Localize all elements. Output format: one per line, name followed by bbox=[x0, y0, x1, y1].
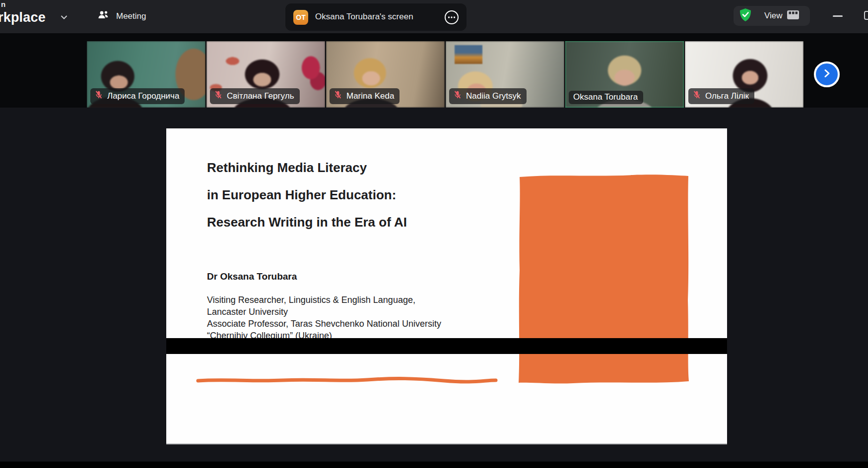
app-logo: rkplace bbox=[0, 10, 46, 25]
participant-nameplate: Ольга Лілік bbox=[688, 88, 754, 104]
next-participants-button[interactable] bbox=[814, 61, 840, 87]
credential-line: Visiting Researcher, Linguistics & Engli… bbox=[207, 294, 441, 306]
participant-nameplate: Лариса Городнича bbox=[90, 88, 185, 104]
tab-screen-share[interactable]: OT Oksana Torubara's screen bbox=[285, 3, 467, 31]
video-tile[interactable]: Лариса Городнича bbox=[87, 41, 205, 108]
presentation-slide: Rethinking Media Literacy in European Hi… bbox=[166, 128, 727, 445]
app-logo-fragment-top: n bbox=[1, 0, 5, 8]
chevron-right-icon bbox=[821, 68, 832, 81]
maximize-button[interactable] bbox=[864, 11, 868, 20]
view-button-label: View bbox=[764, 11, 783, 21]
mic-muted-icon bbox=[453, 90, 463, 102]
participant-nameplate: Nadiia Grytsyk bbox=[449, 88, 527, 104]
mic-muted-icon bbox=[692, 90, 702, 102]
participant-nameplate: Marina Keda bbox=[330, 88, 400, 104]
ellipsis-circle-icon[interactable] bbox=[443, 9, 460, 28]
participant-name: Marina Keda bbox=[346, 91, 394, 101]
participant-nameplate: Світлана Гергуль bbox=[210, 88, 300, 104]
people-icon bbox=[97, 9, 110, 23]
participant-name: Світлана Гергуль bbox=[227, 91, 294, 101]
avatar: OT bbox=[293, 10, 308, 25]
orange-underline-graphic bbox=[196, 375, 498, 385]
tab-meeting[interactable]: Meeting bbox=[97, 9, 146, 23]
orange-rectangle-graphic bbox=[514, 171, 695, 389]
slide-title-line: in European Higher Education: bbox=[207, 187, 407, 215]
wall-picture bbox=[455, 45, 482, 64]
slide-presenter-name: Dr Oksana Torubara bbox=[207, 271, 297, 282]
video-tile[interactable]: Світлана Гергуль bbox=[206, 41, 325, 108]
title-bar: n rkplace Meeting OT Oksana Torubara's s… bbox=[0, 0, 868, 33]
chevron-down-icon[interactable] bbox=[60, 13, 68, 24]
view-button[interactable]: View bbox=[734, 6, 810, 26]
bottom-black-band bbox=[0, 462, 868, 468]
shared-screen-stage: Rethinking Media Literacy in European Hi… bbox=[0, 108, 868, 462]
shield-check-icon bbox=[738, 7, 752, 24]
mic-muted-icon bbox=[94, 90, 104, 102]
credential-line: Lancaster University bbox=[207, 306, 441, 318]
credential-line: Associate Professor, Taras Shevchenko Na… bbox=[207, 318, 441, 330]
slide-title-line: Rethinking Media Literacy bbox=[207, 160, 407, 187]
gallery-grid-icon bbox=[787, 9, 800, 22]
video-tile[interactable]: Marina Keda bbox=[326, 41, 445, 108]
participant-name: Oksana Torubara bbox=[573, 92, 638, 102]
mic-muted-icon bbox=[213, 90, 223, 102]
participant-filmstrip: Лариса Городнича Світлана Гергуль bbox=[87, 41, 803, 108]
participant-name: Nadiia Grytsyk bbox=[466, 91, 521, 101]
participant-name: Лариса Городнича bbox=[107, 91, 179, 101]
mic-muted-icon bbox=[333, 90, 343, 102]
video-tile-active-speaker[interactable]: Oksana Torubara bbox=[565, 41, 684, 108]
video-tile[interactable]: Nadiia Grytsyk bbox=[446, 41, 564, 108]
tab-meeting-label: Meeting bbox=[116, 11, 146, 21]
video-tile[interactable]: Ольга Лілік bbox=[685, 41, 803, 108]
meeting-window: n rkplace Meeting OT Oksana Torubara's s… bbox=[0, 0, 868, 468]
slide-title: Rethinking Media Literacy in European Hi… bbox=[207, 160, 407, 242]
participant-nameplate: Oksana Torubara bbox=[569, 91, 643, 104]
tab-screen-share-label: Oksana Torubara's screen bbox=[315, 12, 413, 22]
slide-title-line: Research Writing in the Era of AI bbox=[207, 215, 407, 242]
participant-name: Ольга Лілік bbox=[705, 91, 749, 101]
screenshare-letterbox bbox=[166, 338, 727, 354]
minimize-button[interactable] bbox=[833, 15, 843, 17]
